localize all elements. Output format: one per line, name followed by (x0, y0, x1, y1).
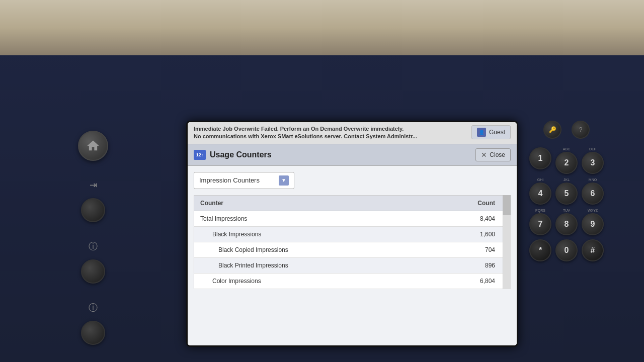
key-group-9: WXYZ9 (582, 209, 604, 235)
table-row: Color Impressions6,804 (194, 273, 511, 289)
content-area: Impression Counters ▼ Counter Count (188, 166, 517, 345)
key-icon-button[interactable]: 🔑 (543, 121, 561, 139)
key-label-4: GHI (537, 178, 543, 182)
table-wrapper: Counter Count Total Impressions8,404Blac… (194, 195, 511, 289)
alert-line1: Immediate Job Overwrite Failed. Perform … (194, 126, 404, 132)
close-button[interactable]: ✕ Close (475, 148, 511, 161)
key-group-8: TUV8 (555, 209, 578, 235)
close-x-icon: ✕ (481, 151, 487, 159)
close-label: Close (490, 151, 505, 158)
key-group-3: DEF3 (582, 147, 604, 174)
key-label-5: JKL (564, 178, 570, 182)
table-row: Black Copied Impressions704 (194, 242, 511, 257)
screen-container: Immediate Job Overwrite Failed. Perform … (186, 121, 518, 347)
key-group-#: # (582, 239, 604, 261)
key-group-4: GHI4 (529, 178, 551, 205)
key-label-9: WXYZ (588, 209, 598, 212)
key-label-6: MNO (589, 178, 597, 182)
key-label-3: DEF (589, 147, 596, 151)
key-group-1: 1 (529, 147, 551, 174)
counter-value: 8,404 (422, 211, 511, 226)
alert-line2: No communications with Xerox SMart eSolu… (194, 133, 417, 139)
info-button-1[interactable] (81, 259, 105, 284)
home-icon (86, 139, 100, 153)
output-icon: ⇥ (84, 176, 102, 194)
counter-name: Color Impressions (194, 273, 422, 289)
key-group-0: 0 (555, 239, 578, 261)
key-button-2[interactable]: 2 (555, 152, 578, 174)
counter-name: Black Copied Impressions (194, 242, 422, 257)
key-group-6: MNO6 (582, 178, 604, 205)
scrollbar[interactable] (503, 195, 511, 289)
counter-name: Black Impressions (194, 226, 422, 242)
key-button-9[interactable]: 9 (582, 213, 604, 235)
output-btn-group: ⇥ (81, 176, 105, 222)
key-label-8: TUV (563, 209, 570, 212)
left-buttons: ⇥ ⓘ ⓘ (78, 131, 108, 345)
table-header-row: Counter Count (194, 195, 511, 211)
dropdown-arrow-icon: ▼ (279, 175, 289, 186)
title-left: 12↑ Usage Counters (194, 150, 272, 160)
key-button-1[interactable]: 1 (529, 147, 551, 169)
key-label-7: PQRS (535, 209, 545, 212)
key-button-7[interactable]: 7 (529, 213, 551, 235)
keypad: 1ABC2DEF3GHI4JKL5MNO6PQRS7TUV8WXYZ9*0# (529, 147, 604, 261)
key-group-2: ABC2 (555, 147, 578, 174)
key-label-2: ABC (563, 147, 570, 151)
key-group-7: PQRS7 (529, 209, 551, 235)
info-btn-group-1: ⓘ (81, 237, 105, 284)
info-icon-2: ⓘ (84, 299, 102, 317)
counter-value: 704 (422, 242, 511, 257)
info-button-2[interactable] (81, 321, 105, 345)
user-icon: 👤 (477, 128, 486, 137)
key-button-0[interactable]: 0 (555, 239, 578, 261)
counter-table: Counter Count Total Impressions8,404Blac… (194, 195, 511, 289)
top-icons-row: 🔑 ? (543, 121, 590, 139)
key-button-8[interactable]: 8 (555, 213, 578, 235)
user-badge: 👤 Guest (471, 125, 511, 139)
counter-name: Total Impressions (194, 211, 422, 226)
scrollbar-thumb[interactable] (503, 195, 511, 215)
key-button-*[interactable]: * (529, 239, 551, 261)
page-title: Usage Counters (210, 150, 272, 159)
counter-header: Counter (194, 195, 422, 211)
key-button-6[interactable]: 6 (582, 183, 604, 205)
key-group-5: JKL5 (555, 178, 578, 205)
counter-value: 1,600 (422, 226, 511, 242)
user-name: Guest (489, 129, 505, 136)
main-panel: ⇥ ⓘ ⓘ Immediate Job Overwrite Failed. Pe… (0, 55, 644, 362)
output-button[interactable] (81, 198, 105, 222)
key-button-3[interactable]: 3 (582, 152, 604, 174)
top-bezel (0, 0, 644, 55)
counter-value: 896 (422, 257, 511, 273)
key-button-#[interactable]: # (582, 239, 604, 261)
question-icon-button[interactable]: ? (572, 121, 590, 139)
table-row: Total Impressions8,404 (194, 211, 511, 226)
count-header: Count (422, 195, 511, 211)
key-button-4[interactable]: 4 (529, 183, 551, 205)
alert-text: Immediate Job Overwrite Failed. Perform … (194, 125, 466, 141)
dropdown-row: Impression Counters ▼ (194, 172, 511, 189)
key-group-*: * (529, 239, 551, 261)
right-panel: 🔑 ? 1ABC2DEF3GHI4JKL5MNO6PQRS7TUV8WXYZ9*… (529, 121, 604, 261)
impression-counters-dropdown[interactable]: Impression Counters ▼ (194, 172, 294, 189)
table-row: Black Impressions1,600 (194, 226, 511, 242)
counter-name: Black Printed Impressions (194, 257, 422, 273)
usage-icon: 12↑ (194, 150, 206, 160)
dropdown-selected: Impression Counters (199, 176, 260, 184)
alert-banner: Immediate Job Overwrite Failed. Perform … (188, 122, 517, 144)
counter-value: 6,804 (422, 273, 511, 289)
key-button-5[interactable]: 5 (555, 183, 578, 205)
printer-body: ⇥ ⓘ ⓘ Immediate Job Overwrite Failed. Pe… (0, 0, 644, 362)
title-bar: 12↑ Usage Counters ✕ Close (188, 144, 517, 166)
screen: Immediate Job Overwrite Failed. Perform … (188, 122, 517, 345)
info-btn-group-2: ⓘ (81, 299, 105, 345)
home-button[interactable] (78, 131, 108, 161)
table-row: Black Printed Impressions896 (194, 257, 511, 273)
info-icon-1: ⓘ (84, 237, 102, 255)
